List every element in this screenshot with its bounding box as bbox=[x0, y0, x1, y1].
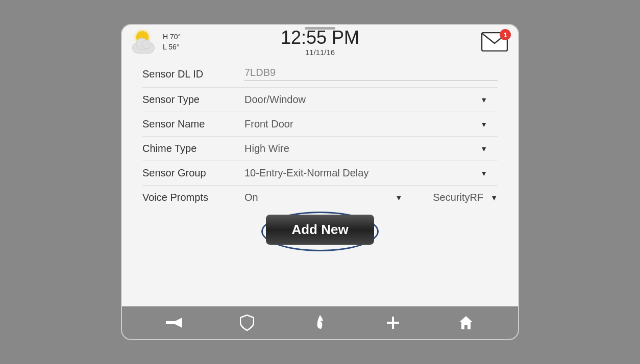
dropdown-sensor-type[interactable]: Door/Window ▼ bbox=[244, 94, 498, 106]
home-icon bbox=[458, 315, 474, 330]
add-new-button[interactable]: Add New bbox=[266, 215, 374, 245]
form-row-sensor-group: Sensor Group 10-Entry-Exit-Normal Delay … bbox=[142, 161, 498, 186]
bottom-nav bbox=[122, 306, 518, 339]
value-chime-type: High Wire bbox=[244, 143, 289, 154]
button-area: Add New bbox=[142, 210, 498, 253]
form-row-voice-prompts: Voice Prompts On ▼ SecurityRF ▼ bbox=[142, 186, 498, 210]
flame-icon bbox=[314, 315, 326, 331]
nav-plus-button[interactable] bbox=[383, 313, 403, 333]
mail-icon-wrap: 1 bbox=[481, 32, 508, 53]
value-security-rf: SecurityRF bbox=[433, 192, 483, 203]
label-sensor-type: Sensor Type bbox=[142, 94, 244, 106]
clock-area: 12:55 PM 11/11/16 bbox=[281, 29, 359, 57]
weather-low: L 56° bbox=[163, 42, 181, 53]
nav-back-button[interactable] bbox=[164, 313, 184, 333]
plus-icon bbox=[386, 316, 400, 330]
dropdown-chime-type[interactable]: High Wire ▼ bbox=[244, 143, 498, 154]
label-voice-prompts: Voice Prompts bbox=[142, 192, 244, 203]
weather-temps: H 70° L 56° bbox=[163, 32, 181, 52]
chevron-down-icon: ▼ bbox=[480, 96, 487, 104]
form-row-sensor-type: Sensor Type Door/Window ▼ bbox=[142, 88, 498, 112]
clock-time: 12:55 PM bbox=[281, 29, 359, 47]
weather-high: H 70° bbox=[163, 32, 181, 42]
mail-area[interactable]: 1 bbox=[481, 32, 508, 53]
nav-home-button[interactable] bbox=[456, 313, 476, 333]
shield-icon bbox=[240, 315, 254, 331]
mail-badge: 1 bbox=[500, 29, 511, 40]
svg-marker-5 bbox=[459, 316, 473, 329]
form-row-sensor-dl-id: Sensor DL ID 7LDB9 bbox=[142, 61, 498, 88]
security-rf-dropdown[interactable]: SecurityRF ▼ bbox=[433, 192, 498, 203]
clock-date: 11/11/16 bbox=[281, 48, 359, 57]
chevron-down-icon: ▼ bbox=[480, 169, 487, 177]
value-sensor-name: Front Door bbox=[244, 118, 293, 130]
device-frame: H 70° L 56° 12:55 PM 11/11/16 1 Sensor D… bbox=[121, 24, 519, 340]
cloud-icon bbox=[132, 42, 155, 54]
nav-flame-button[interactable] bbox=[310, 313, 330, 333]
label-sensor-group: Sensor Group bbox=[142, 167, 244, 179]
value-sensor-group: 10-Entry-Exit-Normal Delay bbox=[244, 167, 368, 179]
arrow-left-icon bbox=[166, 316, 182, 330]
nav-shield-button[interactable] bbox=[237, 313, 257, 333]
dropdown-voice-prompts[interactable]: On ▼ bbox=[244, 192, 412, 203]
chevron-down-icon: ▼ bbox=[480, 145, 487, 153]
status-bar: H 70° L 56° 12:55 PM 11/11/16 1 bbox=[122, 25, 518, 56]
chevron-down-icon: ▼ bbox=[480, 120, 487, 128]
label-sensor-dl-id: Sensor DL ID bbox=[142, 68, 244, 80]
svg-rect-2 bbox=[166, 321, 175, 324]
svg-rect-4 bbox=[387, 322, 399, 324]
dropdown-sensor-group[interactable]: 10-Entry-Exit-Normal Delay ▼ bbox=[244, 167, 498, 179]
main-content: Sensor DL ID 7LDB9 Sensor Type Door/Wind… bbox=[122, 56, 518, 306]
label-sensor-name: Sensor Name bbox=[142, 118, 244, 130]
form-row-chime-type: Chime Type High Wire ▼ bbox=[142, 137, 498, 161]
chevron-down-icon: ▼ bbox=[490, 194, 498, 202]
label-chime-type: Chime Type bbox=[142, 143, 244, 154]
weather-widget: H 70° L 56° bbox=[132, 31, 181, 54]
dropdown-sensor-name[interactable]: Front Door ▼ bbox=[244, 118, 498, 130]
value-voice-prompts: On bbox=[244, 192, 258, 203]
chevron-down-icon: ▼ bbox=[395, 194, 402, 202]
weather-icon bbox=[132, 31, 159, 54]
form-row-sensor-name: Sensor Name Front Door ▼ bbox=[142, 112, 498, 137]
value-sensor-dl-id: 7LDB9 bbox=[244, 67, 498, 81]
value-sensor-type: Door/Window bbox=[244, 94, 306, 106]
